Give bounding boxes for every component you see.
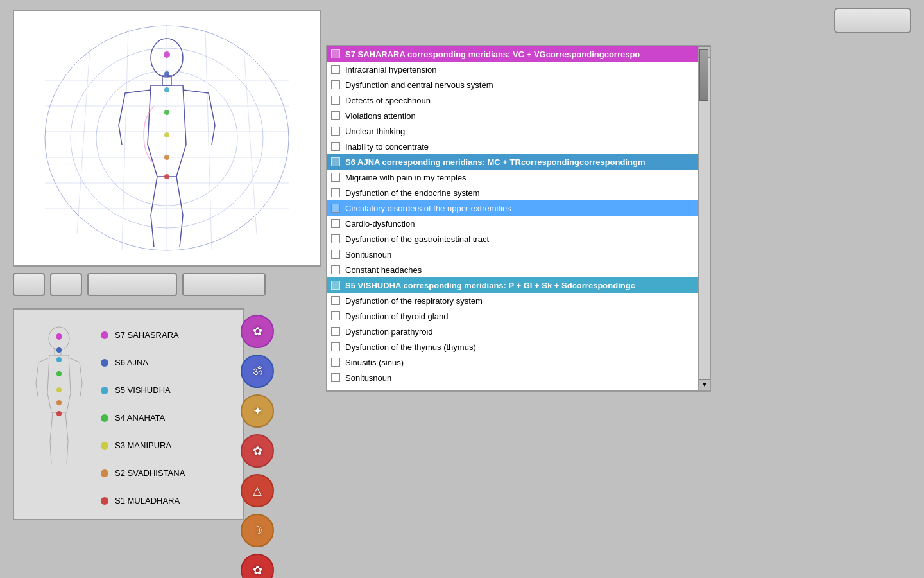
list-item[interactable]: Constant headaches	[327, 262, 698, 277]
item-checkbox[interactable]	[331, 111, 340, 120]
chakra-icon[interactable]: △	[241, 474, 274, 507]
list-item[interactable]: Inability to concentrate	[327, 139, 698, 154]
list-item[interactable]: Intracranial hypertension	[327, 62, 698, 77]
list-item[interactable]: Sinusitis (sinus)	[327, 355, 698, 370]
svg-point-31	[56, 411, 62, 416]
svg-line-2	[122, 29, 128, 250]
item-text: S6 AJNA corresponding meridians: MC + TR…	[345, 157, 645, 167]
svg-point-17	[164, 71, 169, 76]
list-item[interactable]: Dysfunction of the thymus (thymus)	[327, 339, 698, 355]
item-checkbox[interactable]	[331, 342, 340, 351]
chakra-dot	[101, 387, 108, 394]
svg-point-19	[164, 110, 169, 115]
list-item[interactable]: Violations attention	[327, 108, 698, 123]
chakra-list: S7 SAHASRARAS6 AJNAS5 VISHUDHAS4 ANAHATA…	[14, 310, 243, 517]
item-checkbox[interactable]	[331, 281, 340, 290]
item-text: Dysfunction of the endocrine system	[345, 188, 480, 198]
item-checkbox[interactable]	[331, 65, 340, 74]
chakra-body-svg	[27, 322, 91, 509]
chakra-name: S6 AJNA	[115, 358, 148, 367]
item-text: Intracranial hypertension	[345, 65, 436, 74]
list-item[interactable]: Migraine with pain in my temples	[327, 170, 698, 185]
list-item[interactable]: Dysfunction and central nervous system	[327, 77, 698, 92]
item-text: Dysfunction of thyroid gland	[345, 311, 448, 321]
list-item[interactable]: Sonitusnoun	[327, 247, 698, 262]
item-text: Cardio-dysfunction	[345, 219, 415, 229]
item-text: Dysfunction of the gastrointestinal trac…	[345, 234, 489, 244]
item-checkbox[interactable]	[331, 204, 340, 213]
svg-point-22	[164, 174, 169, 179]
item-checkbox[interactable]	[331, 373, 340, 382]
exit-button[interactable]	[834, 8, 911, 33]
svg-point-30	[56, 400, 62, 405]
item-text: Dysfunction and central nervous system	[345, 80, 493, 90]
list-item[interactable]: Dysfunction of the endocrine system	[327, 185, 698, 200]
item-text: Constant headaches	[345, 265, 422, 275]
chakra-dot	[101, 359, 108, 367]
chakra-legend-panel: S7 SAHASRARAS6 AJNAS5 VISHUDHAS4 ANAHATA…	[13, 308, 244, 520]
body-visualization-panel	[13, 10, 321, 267]
chakra-icon[interactable]: ✿	[241, 434, 274, 468]
list-container[interactable]: S7 SAHARARA corresponding meridians: VC …	[327, 46, 698, 390]
item-text: Inability to concentrate	[345, 142, 429, 152]
list-item[interactable]: S6 AJNA corresponding meridians: MC + TR…	[327, 154, 698, 170]
chakra-name: S2 SVADHISTANA	[115, 468, 185, 478]
item-checkbox[interactable]	[331, 311, 340, 320]
chakra-icon[interactable]: ☽	[241, 514, 274, 547]
item-text: Dysfunction of the thymus (thymus)	[345, 342, 476, 352]
symptoms-panel: S7 SAHARARA corresponding meridians: VC …	[326, 45, 711, 392]
item-checkbox[interactable]	[331, 234, 340, 243]
list-item[interactable]: Dysfunction of the respiratory system	[327, 293, 698, 308]
list-item[interactable]: S5 VISHUDHA corresponding meridians: P +…	[327, 277, 698, 293]
item-checkbox[interactable]	[331, 96, 340, 105]
next-button[interactable]	[182, 273, 266, 296]
chakra-legend-item: S6 AJNA	[101, 358, 185, 367]
list-item[interactable]: S7 SAHARARA corresponding meridians: VC …	[327, 46, 698, 62]
chakra-icon[interactable]: ✿	[241, 315, 274, 348]
list-item[interactable]: Dysfunction parathyroid	[327, 324, 698, 339]
list-item[interactable]: Cardio-dysfunction	[327, 216, 698, 231]
item-checkbox[interactable]	[331, 142, 340, 151]
controls-bar	[13, 273, 321, 296]
svg-point-27	[56, 357, 62, 362]
list-item[interactable]: Dysfunction of thyroid gland	[327, 308, 698, 324]
chakra-dot	[101, 469, 108, 477]
item-checkbox[interactable]	[331, 188, 340, 197]
human-body-svg	[26, 16, 308, 260]
plus-button[interactable]	[50, 273, 82, 296]
svg-point-29	[56, 387, 62, 392]
svg-line-4	[77, 48, 90, 234]
item-checkbox[interactable]	[331, 296, 340, 305]
list-item[interactable]: Dysfunction of the gastrointestinal trac…	[327, 231, 698, 247]
svg-line-5	[244, 48, 257, 234]
item-checkbox[interactable]	[331, 49, 340, 58]
item-checkbox[interactable]	[331, 127, 340, 136]
chakra-icon[interactable]: ॐ	[241, 355, 274, 388]
print-button[interactable]	[87, 273, 177, 296]
list-item[interactable]: Defects of speechnoun	[327, 92, 698, 108]
chakra-name: S4 ANAHATA	[115, 413, 165, 423]
item-checkbox[interactable]	[331, 250, 340, 259]
list-item[interactable]: Sonitusnoun	[327, 370, 698, 385]
item-checkbox[interactable]	[331, 80, 340, 89]
item-checkbox[interactable]	[331, 265, 340, 274]
item-text: Sonitusnoun	[345, 250, 391, 259]
item-checkbox[interactable]	[331, 173, 340, 182]
minus-button[interactable]	[13, 273, 45, 296]
item-checkbox[interactable]	[331, 157, 340, 166]
scrollbar[interactable]: ▲ ▼	[698, 46, 710, 390]
item-checkbox[interactable]	[331, 219, 340, 228]
item-text: Unclear thinking	[345, 127, 405, 136]
chakra-dot	[101, 442, 108, 450]
body-visual	[14, 11, 320, 265]
item-checkbox[interactable]	[331, 358, 340, 367]
list-item[interactable]: Unclear thinking	[327, 123, 698, 139]
scroll-arrow-down[interactable]: ▼	[699, 379, 710, 390]
svg-point-21	[164, 155, 169, 160]
chakra-icon[interactable]: ✿	[241, 554, 274, 578]
scroll-thumb[interactable]	[699, 49, 708, 101]
chakra-icon[interactable]: ✦	[241, 394, 274, 428]
item-checkbox[interactable]	[331, 327, 340, 336]
list-item[interactable]: Circulatory disorders of the upper extre…	[327, 200, 698, 216]
chakra-legend-item: S1 MULADHARA	[101, 496, 185, 505]
